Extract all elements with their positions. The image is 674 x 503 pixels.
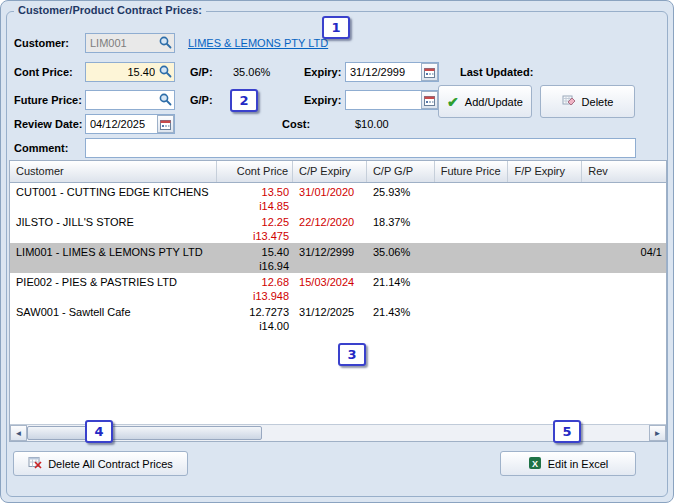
cell-review xyxy=(582,213,666,243)
check-icon: ✔ xyxy=(447,95,459,109)
cell-fp-expiry xyxy=(508,243,582,273)
callout-4: 4 xyxy=(85,420,113,443)
cost-value: $10.00 xyxy=(355,118,389,130)
table-header: Customer Cont Price C/P Expiry C/P G/P F… xyxy=(10,161,666,183)
cell-customer: LIM001 - LIMES & LEMONS PTY LTD xyxy=(10,243,217,273)
column-header-review[interactable]: Rev xyxy=(582,161,666,182)
scroll-left-arrow-icon[interactable]: ◄ xyxy=(10,425,27,441)
cell-cp-expiry: 22/12/2020 xyxy=(293,213,367,243)
cont-price-search-icon[interactable] xyxy=(158,64,173,79)
edit-in-excel-button-label: Edit in Excel xyxy=(548,458,609,470)
edit-in-excel-button[interactable]: X Edit in Excel xyxy=(500,451,636,476)
cell-cont-price: 12.25i13.475 xyxy=(217,213,293,243)
future-price-field-wrap xyxy=(85,90,175,110)
delete-button[interactable]: Delete xyxy=(540,85,635,118)
contract-prices-window: Customer/Product Contract Prices: Custom… xyxy=(0,0,674,503)
cell-cont-price: 12.68i13.948 xyxy=(217,273,293,303)
cell-cp-expiry: 15/03/2024 xyxy=(293,273,367,303)
cell-cont-price: 12.7273i14.00 xyxy=(217,303,293,333)
expiry-field-wrap xyxy=(345,62,439,82)
gp-label: G/P: xyxy=(190,66,213,78)
cell-cp-gp: 25.93% xyxy=(367,183,435,213)
column-header-cp-gp[interactable]: C/P G/P xyxy=(367,161,435,182)
delete-table-icon xyxy=(28,456,42,471)
cell-cp-expiry: 31/12/2025 xyxy=(293,303,367,333)
future-expiry-field-wrap xyxy=(345,90,439,110)
table-row-selected[interactable]: LIM001 - LIMES & LEMONS PTY LTD 15.40i16… xyxy=(10,243,666,273)
delete-button-label: Delete xyxy=(582,96,614,108)
cell-future-price xyxy=(435,273,509,303)
table-body: CUT001 - CUTTING EDGE KITCHENS 13.50i14.… xyxy=(10,183,666,424)
future-expiry-calendar-icon[interactable] xyxy=(421,91,438,109)
cell-future-price xyxy=(435,303,509,333)
group-title: Customer/Product Contract Prices: xyxy=(14,4,206,16)
cell-cont-price: 13.50i14.85 xyxy=(217,183,293,213)
expiry-label: Expiry: xyxy=(304,66,341,78)
future-price-search-icon[interactable] xyxy=(158,92,173,107)
review-date-calendar-icon[interactable] xyxy=(157,115,174,133)
customer-code-field-wrap xyxy=(85,33,175,53)
scroll-right-arrow-icon[interactable]: ► xyxy=(649,425,666,441)
cell-future-price xyxy=(435,243,509,273)
cell-customer: PIE002 - PIES & PASTRIES LTD xyxy=(10,273,217,303)
customer-search-icon[interactable] xyxy=(158,35,173,50)
contract-prices-table: Customer Cont Price C/P Expiry C/P G/P F… xyxy=(9,160,667,442)
future-price-label: Future Price: xyxy=(14,94,82,106)
cell-cp-gp: 21.43% xyxy=(367,303,435,333)
cell-future-price xyxy=(435,213,509,243)
cell-cp-gp: 35.06% xyxy=(367,243,435,273)
delete-all-contract-prices-button[interactable]: Delete All Contract Prices xyxy=(13,451,188,476)
add-update-button-label: Add/Update xyxy=(465,96,523,108)
comment-field-wrap xyxy=(85,138,636,158)
cell-review xyxy=(582,183,666,213)
future-gp-label: G/P: xyxy=(190,94,213,106)
cont-price-field-wrap xyxy=(85,62,175,82)
excel-icon: X xyxy=(528,456,542,472)
cost-label: Cost: xyxy=(282,118,310,130)
scrollbar-thumb[interactable] xyxy=(27,426,262,440)
last-updated-label: Last Updated: xyxy=(460,66,533,78)
review-date-field-wrap xyxy=(85,114,175,134)
cell-customer: CUT001 - CUTTING EDGE KITCHENS xyxy=(10,183,217,213)
cell-review: 04/1 xyxy=(582,243,666,273)
delete-all-button-label: Delete All Contract Prices xyxy=(48,458,173,470)
callout-5: 5 xyxy=(553,420,581,443)
table-row[interactable]: SAW001 - Sawtell Cafe 12.7273i14.00 31/1… xyxy=(10,303,666,333)
column-header-future-price[interactable]: Future Price xyxy=(435,161,509,182)
review-date-label: Review Date: xyxy=(14,118,82,130)
cell-fp-expiry xyxy=(508,273,582,303)
cell-future-price xyxy=(435,183,509,213)
future-expiry-label: Expiry: xyxy=(304,94,341,106)
column-header-cont-price[interactable]: Cont Price xyxy=(217,161,293,182)
comment-input[interactable] xyxy=(85,138,636,158)
add-update-button[interactable]: ✔ Add/Update xyxy=(438,85,532,118)
cell-fp-expiry xyxy=(508,213,582,243)
cell-customer: SAW001 - Sawtell Cafe xyxy=(10,303,217,333)
gp-value: 35.06% xyxy=(233,66,270,78)
cell-review xyxy=(582,273,666,303)
comment-label: Comment: xyxy=(14,142,68,154)
table-row[interactable]: CUT001 - CUTTING EDGE KITCHENS 13.50i14.… xyxy=(10,183,666,213)
callout-3: 3 xyxy=(338,343,366,366)
table-row[interactable]: PIE002 - PIES & PASTRIES LTD 12.68i13.94… xyxy=(10,273,666,303)
cell-customer: JILSTO - JILL'S STORE xyxy=(10,213,217,243)
table-row[interactable]: JILSTO - JILL'S STORE 12.25i13.475 22/12… xyxy=(10,213,666,243)
customer-name-link[interactable]: LIMES & LEMONS PTY LTD xyxy=(188,37,328,49)
callout-2: 2 xyxy=(230,89,258,112)
cell-cp-gp: 18.37% xyxy=(367,213,435,243)
column-header-customer[interactable]: Customer xyxy=(10,161,217,182)
expiry-calendar-icon[interactable] xyxy=(421,63,438,81)
cell-cp-expiry: 31/12/2999 xyxy=(293,243,367,273)
column-header-fp-expiry[interactable]: F/P Expiry xyxy=(508,161,582,182)
callout-1: 1 xyxy=(322,16,350,39)
customer-label: Customer: xyxy=(14,37,69,49)
cell-cp-gp: 21.14% xyxy=(367,273,435,303)
cell-fp-expiry xyxy=(508,183,582,213)
cell-cp-expiry: 31/01/2020 xyxy=(293,183,367,213)
cell-review xyxy=(582,303,666,333)
svg-text:X: X xyxy=(532,458,538,468)
column-header-cp-expiry[interactable]: C/P Expiry xyxy=(293,161,367,182)
cell-fp-expiry xyxy=(508,303,582,333)
eraser-icon xyxy=(562,94,576,109)
cont-price-label: Cont Price: xyxy=(14,66,73,78)
